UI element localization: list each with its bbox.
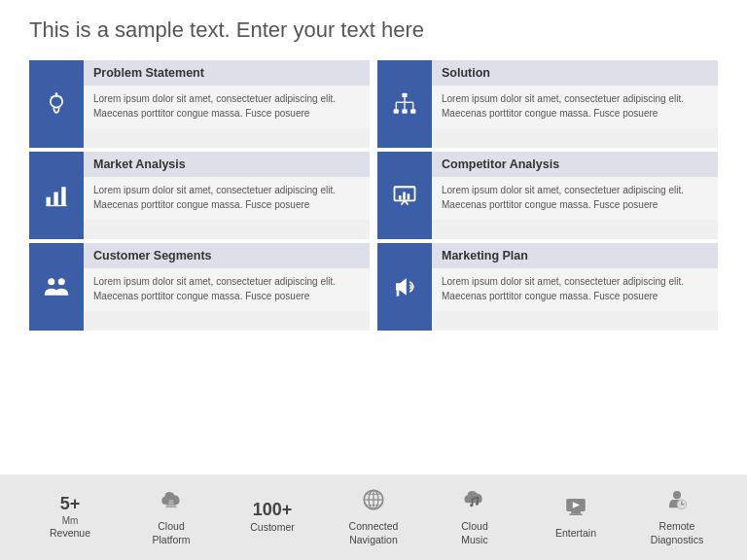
chart-icon: [43, 182, 70, 209]
footer-customer: 100+ Customer: [222, 500, 323, 534]
market-content: Market Analysis Lorem ipsum dolor sit am…: [84, 152, 370, 239]
brain-icon: [43, 90, 70, 118]
main-area: This is a sample text. Enter your text h…: [0, 0, 747, 476]
remote-diagnostics-icon: [664, 487, 690, 516]
svg-point-38: [470, 504, 473, 507]
footer-entertain: Entertain: [525, 494, 626, 541]
connected-nav-label: ConnectedNavigation: [349, 520, 399, 546]
solution-content: Solution Lorem ipsum dolor sit amet, con…: [432, 60, 718, 148]
svg-point-39: [476, 503, 479, 506]
solution-heading: Solution: [432, 60, 718, 86]
megaphone-icon: [391, 273, 418, 300]
cloud-platform-label: CloudPlatform: [152, 520, 190, 546]
svg-point-44: [673, 491, 681, 499]
svg-rect-8: [410, 109, 415, 113]
svg-rect-16: [61, 187, 65, 205]
revenue-label: Revenue: [50, 527, 90, 541]
solution-body: Lorem ipsum dolor sit amet, consectetuer…: [432, 86, 718, 128]
customer-heading: Customer Segments: [84, 243, 370, 268]
competitor-content: Competitor Analysis Lorem ipsum dolor si…: [432, 152, 718, 239]
marketing-body: Lorem ipsum dolor sit amet, consectetuer…: [432, 268, 718, 311]
grid-section-market: Market Analysis Lorem ipsum dolor sit am…: [29, 152, 370, 239]
page-title: This is a sample text. Enter your text h…: [29, 18, 718, 43]
svg-rect-31: [165, 507, 176, 508]
problem-heading: Problem Statement: [84, 60, 370, 86]
marketing-icon-cell: [377, 243, 432, 331]
network-icon: [391, 90, 418, 118]
remote-diagnostics-label: RemoteDiagnostics: [651, 520, 703, 546]
svg-point-25: [48, 278, 54, 285]
problem-icon-cell: [29, 60, 84, 148]
section-divider-2: [370, 152, 377, 239]
grid-row-2: Market Analysis Lorem ipsum dolor sit am…: [29, 152, 718, 239]
competitor-icon-cell: [377, 152, 432, 239]
problem-body: Lorem ipsum dolor sit amet, consectetuer…: [84, 86, 370, 128]
presentation-icon: [391, 182, 418, 209]
problem-content: Problem Statement Lorem ipsum dolor sit …: [84, 60, 370, 148]
customer-icon-cell: [29, 243, 84, 331]
svg-rect-5: [402, 93, 407, 97]
svg-rect-30: [166, 505, 176, 507]
grid-section-problem: Problem Statement Lorem ipsum dolor sit …: [29, 60, 370, 148]
svg-rect-6: [394, 109, 399, 113]
people-icon: [43, 273, 70, 300]
revenue-sub: Mm: [62, 514, 79, 527]
footer-connected-nav: ConnectedNavigation: [323, 487, 424, 546]
customer-number: 100+: [253, 500, 293, 521]
svg-rect-14: [47, 197, 51, 206]
competitor-body: Lorem ipsum dolor sit amet, consectetuer…: [432, 177, 718, 220]
marketing-heading: Marketing Plan: [432, 243, 718, 268]
section-divider-3: [370, 243, 377, 331]
section-divider-1: [370, 60, 377, 148]
solution-icon-cell: [377, 60, 432, 148]
entertain-icon: [563, 494, 588, 523]
cloud-platform-icon: [159, 487, 184, 516]
grid-section-competitor: Competitor Analysis Lorem ipsum dolor si…: [377, 152, 718, 239]
footer-remote-diagnostics: RemoteDiagnostics: [626, 487, 728, 546]
market-body: Lorem ipsum dolor sit amet, consectetuer…: [84, 177, 370, 220]
svg-rect-42: [570, 513, 583, 515]
market-icon-cell: [29, 152, 84, 239]
grid-container: Problem Statement Lorem ipsum dolor sit …: [29, 60, 718, 331]
svg-point-26: [58, 278, 65, 285]
footer-cloud-music: CloudMusic: [424, 487, 525, 546]
connected-navigation-icon: [361, 487, 386, 516]
grid-section-solution: Solution Lorem ipsum dolor sit amet, con…: [377, 60, 718, 148]
grid-row-3: Customer Segments Lorem ipsum dolor sit …: [29, 243, 718, 331]
footer-cloud-platform: CloudPlatform: [121, 487, 222, 546]
customer-body: Lorem ipsum dolor sit amet, consectetuer…: [84, 268, 370, 311]
footer-bar: 5+ Mm Revenue CloudPlatform 100+ Custome…: [0, 474, 747, 560]
svg-rect-19: [399, 195, 402, 199]
grid-section-customer: Customer Segments Lorem ipsum dolor sit …: [29, 243, 370, 331]
grid-row-1: Problem Statement Lorem ipsum dolor sit …: [29, 60, 718, 148]
cloud-music-icon: [462, 487, 487, 516]
entertain-label: Entertain: [555, 527, 596, 541]
footer-revenue: 5+ Mm Revenue: [19, 494, 121, 541]
cloud-music-label: CloudMusic: [461, 520, 487, 546]
svg-rect-15: [53, 192, 57, 206]
svg-rect-29: [169, 500, 174, 505]
grid-section-marketing: Marketing Plan Lorem ipsum dolor sit ame…: [377, 243, 718, 331]
svg-rect-7: [402, 109, 407, 113]
svg-rect-21: [408, 193, 410, 199]
svg-rect-41: [571, 511, 581, 513]
svg-rect-27: [396, 284, 400, 291]
revenue-number: 5+: [60, 494, 81, 515]
customer-content: Customer Segments Lorem ipsum dolor sit …: [84, 243, 370, 331]
svg-rect-20: [403, 192, 406, 200]
svg-point-2: [55, 92, 58, 95]
market-heading: Market Analysis: [84, 152, 370, 177]
marketing-content: Marketing Plan Lorem ipsum dolor sit ame…: [432, 243, 718, 331]
customer-label: Customer: [250, 521, 295, 535]
competitor-heading: Competitor Analysis: [432, 152, 718, 177]
